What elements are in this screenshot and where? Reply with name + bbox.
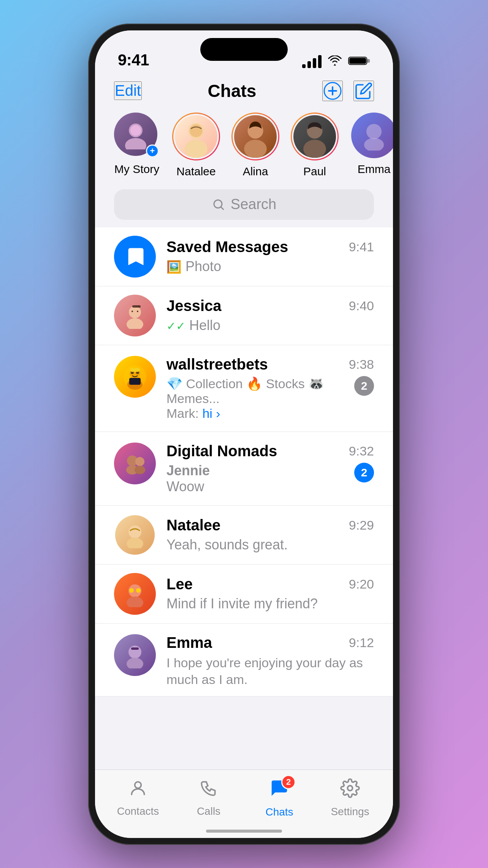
lee-preview: Mind if I invite my friend? <box>166 596 374 612</box>
tab-bar-container: Contacts Calls <box>95 770 393 838</box>
chats-badge: 2 <box>281 775 296 789</box>
dynamic-island <box>200 38 288 61</box>
tab-contacts[interactable]: Contacts <box>103 779 173 817</box>
svg-rect-41 <box>131 647 139 650</box>
status-icons <box>302 54 370 69</box>
dn-row1: Digital Nomads 9:32 <box>166 443 374 460</box>
svg-point-15 <box>364 138 384 151</box>
contacts-label: Contacts <box>117 805 159 817</box>
story-natalee[interactable]: Natalee <box>173 113 219 178</box>
emma-content: Emma 9:12 I hope you're enjoying your da… <box>166 634 374 688</box>
natalee-story-avatar <box>175 115 217 158</box>
wsb-avatar <box>114 356 156 398</box>
emma-row1: Emma 9:12 <box>166 634 374 651</box>
jessica-row1: Jessica 9:40 <box>166 297 374 314</box>
svg-point-37 <box>129 588 134 593</box>
add-contact-button[interactable] <box>322 81 343 101</box>
svg-point-17 <box>129 306 141 318</box>
natalee-story-border <box>172 113 220 160</box>
svg-point-40 <box>127 658 143 668</box>
my-story-avatar-wrap: + <box>114 113 160 158</box>
chats-icon: 2 <box>269 778 290 803</box>
story-paul[interactable]: Paul <box>292 113 337 178</box>
settings-label: Settings <box>331 806 369 818</box>
story-label-paul: Paul <box>303 165 326 178</box>
nav-header: Edit Chats <box>95 76 393 109</box>
lee-time: 9:20 <box>349 577 374 592</box>
saved-messages-content: Saved Messages 9:41 🖼️ Photo <box>166 238 374 275</box>
jessica-name: Jessica <box>166 297 222 314</box>
page-title: Chats <box>208 81 257 101</box>
signal-bar-4 <box>318 55 322 68</box>
search-placeholder: Search <box>231 196 276 213</box>
chat-item-saved-messages[interactable]: Saved Messages 9:41 🖼️ Photo <box>95 227 393 286</box>
compose-button[interactable] <box>353 81 374 101</box>
jessica-preview: ✓✓ Hello <box>166 317 374 333</box>
paul-story-avatar <box>293 115 336 158</box>
saved-messages-time: 9:41 <box>349 240 374 254</box>
wsb-badge: 2 <box>354 376 374 396</box>
svg-rect-19 <box>132 305 141 308</box>
chat-item-natalee[interactable]: Natalee 9:29 Yeah, sounds great. <box>95 506 393 565</box>
phone-screen: 9:41 <box>95 30 393 838</box>
tab-bar: Contacts Calls <box>95 770 393 838</box>
dn-avatar <box>114 443 156 484</box>
search-icon <box>212 198 225 211</box>
natalee-chat-name: Natalee <box>166 517 220 534</box>
lee-row2: Mind if I invite my friend? <box>166 596 374 612</box>
natalee-row2: Yeah, sounds great. <box>166 537 374 553</box>
svg-rect-2 <box>367 59 370 63</box>
svg-point-42 <box>135 782 141 788</box>
search-bar[interactable]: Search <box>114 189 374 220</box>
chat-item-jessica[interactable]: Jessica 9:40 ✓✓ Hello <box>95 286 393 345</box>
alina-story-inner <box>233 114 278 159</box>
chat-item-emma[interactable]: Emma 9:12 I hope you're enjoying your da… <box>95 624 393 697</box>
dn-content: Digital Nomads 9:32 Jennie Woow 2 <box>166 443 374 495</box>
home-indicator <box>206 830 282 833</box>
svg-point-43 <box>348 786 353 791</box>
contacts-icon <box>128 779 147 802</box>
dn-row2: Jennie Woow 2 <box>166 463 374 495</box>
emma-name: Emma <box>166 634 212 651</box>
edit-button[interactable]: Edit <box>114 81 142 100</box>
natalee-content: Natalee 9:29 Yeah, sounds great. <box>166 517 374 553</box>
emma-avatar-wrap <box>351 113 393 158</box>
wifi-icon <box>328 54 342 69</box>
story-label-natalee: Natalee <box>176 165 215 178</box>
tab-calls[interactable]: Calls <box>173 779 244 817</box>
dn-time: 9:32 <box>349 444 374 459</box>
chat-item-digital-nomads[interactable]: Digital Nomads 9:32 Jennie Woow 2 <box>95 432 393 506</box>
story-alina[interactable]: Alina <box>233 113 278 178</box>
svg-point-18 <box>127 318 143 329</box>
natalee-preview: Yeah, sounds great. <box>166 537 374 553</box>
svg-rect-1 <box>349 58 366 63</box>
natalee-avatar <box>114 514 156 556</box>
lee-row1: Lee 9:20 <box>166 576 374 593</box>
wsb-row1: wallstreetbets 9:38 <box>166 356 374 373</box>
svg-point-38 <box>136 588 141 593</box>
alina-story-border <box>231 113 279 160</box>
saved-messages-avatar <box>114 236 156 278</box>
wsb-preview-line1: 💎 Collection 🔥 Stocks 🦝 Memes... <box>166 376 354 406</box>
dn-sender: Jennie <box>166 463 210 479</box>
jessica-avatar <box>114 295 156 336</box>
chat-item-lee[interactable]: Lee 9:20 Mind if I invite my friend? <box>95 565 393 624</box>
dn-name: Digital Nomads <box>166 443 277 460</box>
tab-chats[interactable]: 2 Chats <box>244 778 315 818</box>
saved-messages-preview: 🖼️ Photo <box>166 259 374 275</box>
emma-avatar <box>114 634 156 676</box>
lee-name: Lee <box>166 576 193 593</box>
emma-story-avatar <box>351 113 393 158</box>
svg-point-14 <box>366 124 382 139</box>
chat-item-wallstreetbets[interactable]: wallstreetbets 9:38 💎 Collection 🔥 Stock… <box>95 345 393 432</box>
svg-point-31 <box>135 457 144 466</box>
natalee-row1: Natalee 9:29 <box>166 517 374 534</box>
story-emma[interactable]: Emma <box>351 113 393 178</box>
tab-settings[interactable]: Settings <box>315 778 385 818</box>
emma-preview: I hope you're enjoying your day as much … <box>166 654 374 688</box>
story-my-story[interactable]: + My Story <box>114 113 160 178</box>
story-label-emma: Emma <box>358 163 391 176</box>
alina-story-avatar <box>234 115 277 158</box>
natalee-time: 9:29 <box>349 518 374 533</box>
signal-bar-2 <box>307 61 311 68</box>
